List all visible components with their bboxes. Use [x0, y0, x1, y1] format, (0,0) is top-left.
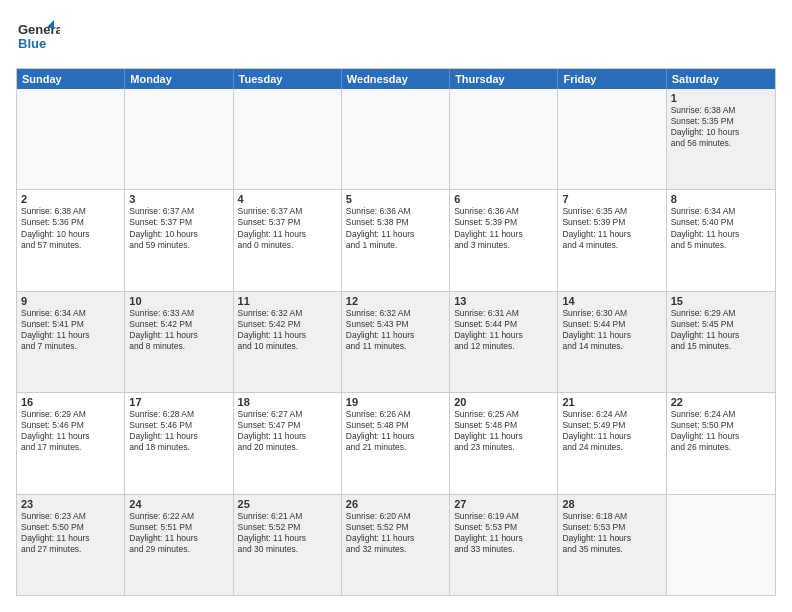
cell-daylight-info: Sunrise: 6:19 AM Sunset: 5:53 PM Dayligh… [454, 511, 553, 555]
weekday-header: Thursday [450, 69, 558, 89]
day-number: 18 [238, 396, 337, 408]
weekday-header: Monday [125, 69, 233, 89]
cell-daylight-info: Sunrise: 6:29 AM Sunset: 5:46 PM Dayligh… [21, 409, 120, 453]
cell-daylight-info: Sunrise: 6:29 AM Sunset: 5:45 PM Dayligh… [671, 308, 771, 352]
header: General Blue [16, 16, 776, 60]
calendar-cell: 21Sunrise: 6:24 AM Sunset: 5:49 PM Dayli… [558, 393, 666, 493]
calendar-cell: 12Sunrise: 6:32 AM Sunset: 5:43 PM Dayli… [342, 292, 450, 392]
calendar-cell: 6Sunrise: 6:36 AM Sunset: 5:39 PM Daylig… [450, 190, 558, 290]
calendar-cell: 22Sunrise: 6:24 AM Sunset: 5:50 PM Dayli… [667, 393, 775, 493]
cell-daylight-info: Sunrise: 6:36 AM Sunset: 5:39 PM Dayligh… [454, 206, 553, 250]
day-number: 14 [562, 295, 661, 307]
day-number: 16 [21, 396, 120, 408]
calendar-row: 23Sunrise: 6:23 AM Sunset: 5:50 PM Dayli… [17, 495, 775, 595]
calendar-cell: 20Sunrise: 6:25 AM Sunset: 5:48 PM Dayli… [450, 393, 558, 493]
calendar-row: 2Sunrise: 6:38 AM Sunset: 5:36 PM Daylig… [17, 190, 775, 291]
logo-icon: General Blue [16, 16, 60, 60]
day-number: 7 [562, 193, 661, 205]
calendar-cell [558, 89, 666, 189]
day-number: 22 [671, 396, 771, 408]
cell-daylight-info: Sunrise: 6:36 AM Sunset: 5:38 PM Dayligh… [346, 206, 445, 250]
calendar-cell: 16Sunrise: 6:29 AM Sunset: 5:46 PM Dayli… [17, 393, 125, 493]
page: General Blue SundayMondayTuesdayWednesda… [0, 0, 792, 612]
calendar-cell: 27Sunrise: 6:19 AM Sunset: 5:53 PM Dayli… [450, 495, 558, 595]
cell-daylight-info: Sunrise: 6:27 AM Sunset: 5:47 PM Dayligh… [238, 409, 337, 453]
day-number: 12 [346, 295, 445, 307]
calendar-cell: 13Sunrise: 6:31 AM Sunset: 5:44 PM Dayli… [450, 292, 558, 392]
cell-daylight-info: Sunrise: 6:30 AM Sunset: 5:44 PM Dayligh… [562, 308, 661, 352]
cell-daylight-info: Sunrise: 6:20 AM Sunset: 5:52 PM Dayligh… [346, 511, 445, 555]
calendar-header: SundayMondayTuesdayWednesdayThursdayFrid… [17, 69, 775, 89]
calendar-cell: 28Sunrise: 6:18 AM Sunset: 5:53 PM Dayli… [558, 495, 666, 595]
calendar-cell [234, 89, 342, 189]
weekday-header: Friday [558, 69, 666, 89]
calendar-cell [17, 89, 125, 189]
day-number: 6 [454, 193, 553, 205]
day-number: 26 [346, 498, 445, 510]
day-number: 1 [671, 92, 771, 104]
day-number: 25 [238, 498, 337, 510]
calendar-cell: 23Sunrise: 6:23 AM Sunset: 5:50 PM Dayli… [17, 495, 125, 595]
day-number: 10 [129, 295, 228, 307]
calendar-row: 1Sunrise: 6:38 AM Sunset: 5:35 PM Daylig… [17, 89, 775, 190]
day-number: 15 [671, 295, 771, 307]
day-number: 20 [454, 396, 553, 408]
calendar-cell: 8Sunrise: 6:34 AM Sunset: 5:40 PM Daylig… [667, 190, 775, 290]
calendar-cell: 3Sunrise: 6:37 AM Sunset: 5:37 PM Daylig… [125, 190, 233, 290]
cell-daylight-info: Sunrise: 6:37 AM Sunset: 5:37 PM Dayligh… [129, 206, 228, 250]
day-number: 19 [346, 396, 445, 408]
calendar-cell: 25Sunrise: 6:21 AM Sunset: 5:52 PM Dayli… [234, 495, 342, 595]
cell-daylight-info: Sunrise: 6:34 AM Sunset: 5:40 PM Dayligh… [671, 206, 771, 250]
svg-text:Blue: Blue [18, 36, 46, 51]
cell-daylight-info: Sunrise: 6:33 AM Sunset: 5:42 PM Dayligh… [129, 308, 228, 352]
calendar-cell: 15Sunrise: 6:29 AM Sunset: 5:45 PM Dayli… [667, 292, 775, 392]
cell-daylight-info: Sunrise: 6:24 AM Sunset: 5:50 PM Dayligh… [671, 409, 771, 453]
calendar-cell: 11Sunrise: 6:32 AM Sunset: 5:42 PM Dayli… [234, 292, 342, 392]
calendar-cell: 4Sunrise: 6:37 AM Sunset: 5:37 PM Daylig… [234, 190, 342, 290]
calendar-cell: 24Sunrise: 6:22 AM Sunset: 5:51 PM Dayli… [125, 495, 233, 595]
cell-daylight-info: Sunrise: 6:32 AM Sunset: 5:42 PM Dayligh… [238, 308, 337, 352]
day-number: 3 [129, 193, 228, 205]
calendar-cell [450, 89, 558, 189]
day-number: 9 [21, 295, 120, 307]
calendar-cell: 14Sunrise: 6:30 AM Sunset: 5:44 PM Dayli… [558, 292, 666, 392]
cell-daylight-info: Sunrise: 6:18 AM Sunset: 5:53 PM Dayligh… [562, 511, 661, 555]
calendar-cell: 19Sunrise: 6:26 AM Sunset: 5:48 PM Dayli… [342, 393, 450, 493]
cell-daylight-info: Sunrise: 6:22 AM Sunset: 5:51 PM Dayligh… [129, 511, 228, 555]
calendar-cell: 17Sunrise: 6:28 AM Sunset: 5:46 PM Dayli… [125, 393, 233, 493]
cell-daylight-info: Sunrise: 6:25 AM Sunset: 5:48 PM Dayligh… [454, 409, 553, 453]
day-number: 17 [129, 396, 228, 408]
cell-daylight-info: Sunrise: 6:34 AM Sunset: 5:41 PM Dayligh… [21, 308, 120, 352]
cell-daylight-info: Sunrise: 6:32 AM Sunset: 5:43 PM Dayligh… [346, 308, 445, 352]
cell-daylight-info: Sunrise: 6:31 AM Sunset: 5:44 PM Dayligh… [454, 308, 553, 352]
day-number: 28 [562, 498, 661, 510]
weekday-header: Wednesday [342, 69, 450, 89]
calendar-body: 1Sunrise: 6:38 AM Sunset: 5:35 PM Daylig… [17, 89, 775, 595]
logo: General Blue [16, 16, 60, 60]
calendar-cell: 2Sunrise: 6:38 AM Sunset: 5:36 PM Daylig… [17, 190, 125, 290]
day-number: 4 [238, 193, 337, 205]
calendar: SundayMondayTuesdayWednesdayThursdayFrid… [16, 68, 776, 596]
calendar-row: 16Sunrise: 6:29 AM Sunset: 5:46 PM Dayli… [17, 393, 775, 494]
cell-daylight-info: Sunrise: 6:21 AM Sunset: 5:52 PM Dayligh… [238, 511, 337, 555]
calendar-cell: 18Sunrise: 6:27 AM Sunset: 5:47 PM Dayli… [234, 393, 342, 493]
cell-daylight-info: Sunrise: 6:38 AM Sunset: 5:36 PM Dayligh… [21, 206, 120, 250]
calendar-cell: 9Sunrise: 6:34 AM Sunset: 5:41 PM Daylig… [17, 292, 125, 392]
cell-daylight-info: Sunrise: 6:23 AM Sunset: 5:50 PM Dayligh… [21, 511, 120, 555]
day-number: 2 [21, 193, 120, 205]
weekday-header: Sunday [17, 69, 125, 89]
day-number: 8 [671, 193, 771, 205]
weekday-header: Tuesday [234, 69, 342, 89]
day-number: 11 [238, 295, 337, 307]
cell-daylight-info: Sunrise: 6:28 AM Sunset: 5:46 PM Dayligh… [129, 409, 228, 453]
calendar-cell: 7Sunrise: 6:35 AM Sunset: 5:39 PM Daylig… [558, 190, 666, 290]
calendar-cell [342, 89, 450, 189]
day-number: 13 [454, 295, 553, 307]
cell-daylight-info: Sunrise: 6:37 AM Sunset: 5:37 PM Dayligh… [238, 206, 337, 250]
calendar-cell: 1Sunrise: 6:38 AM Sunset: 5:35 PM Daylig… [667, 89, 775, 189]
day-number: 24 [129, 498, 228, 510]
calendar-cell: 26Sunrise: 6:20 AM Sunset: 5:52 PM Dayli… [342, 495, 450, 595]
calendar-row: 9Sunrise: 6:34 AM Sunset: 5:41 PM Daylig… [17, 292, 775, 393]
weekday-header: Saturday [667, 69, 775, 89]
calendar-cell: 10Sunrise: 6:33 AM Sunset: 5:42 PM Dayli… [125, 292, 233, 392]
